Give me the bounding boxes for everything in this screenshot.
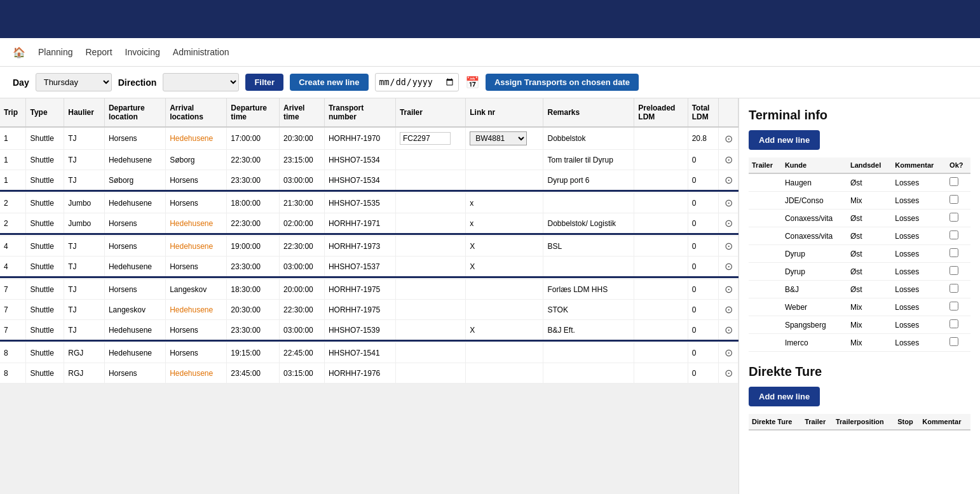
ok-checkbox[interactable] [949, 230, 958, 239]
direction-select[interactable] [163, 73, 239, 91]
check-circle-icon[interactable]: ⊙ [725, 197, 733, 208]
cell-link[interactable]: X [466, 257, 543, 277]
terminal-cell-kunde: Conaxess/vita [782, 210, 847, 227]
terminal-cell-ok[interactable] [946, 173, 970, 192]
cell-link[interactable] [466, 363, 543, 384]
ok-checkbox[interactable] [949, 284, 958, 293]
nav-report[interactable]: Report [86, 47, 112, 57]
cell-trailer[interactable] [395, 343, 465, 363]
cell-type: Shuttle [26, 300, 64, 320]
ok-checkbox[interactable] [949, 302, 958, 310]
filter-button[interactable]: Filter [245, 74, 283, 91]
cell-link[interactable] [466, 343, 543, 363]
cell-trailer[interactable] [395, 193, 465, 213]
ok-checkbox[interactable] [949, 248, 958, 257]
check-circle-icon[interactable]: ⊙ [725, 241, 733, 251]
nav-administration[interactable]: Administration [173, 47, 229, 57]
cell-link[interactable]: x [466, 193, 543, 213]
check-circle-icon[interactable]: ⊙ [725, 304, 733, 315]
cell-check[interactable]: ⊙ [719, 193, 738, 213]
day-select[interactable]: MondayTuesdayWednesdayThursdayFridaySatu… [36, 73, 112, 91]
terminal-cell-ok[interactable] [946, 263, 970, 281]
ok-checkbox[interactable] [949, 266, 958, 275]
cell-link[interactable]: x [466, 213, 543, 234]
ok-checkbox[interactable] [949, 177, 958, 186]
date-input[interactable] [375, 73, 459, 91]
cell-check[interactable]: ⊙ [719, 257, 738, 277]
ok-checkbox[interactable] [949, 195, 958, 204]
terminal-cell-ok[interactable] [946, 298, 970, 316]
cell-link[interactable] [466, 300, 543, 320]
cell-link[interactable] [466, 170, 543, 191]
terminal-cell-ok[interactable] [946, 210, 970, 227]
cell-check[interactable]: ⊙ [719, 320, 738, 341]
cell-trailer[interactable] [395, 213, 465, 234]
cell-trailer[interactable] [395, 363, 465, 384]
check-circle-icon[interactable]: ⊙ [725, 261, 733, 272]
assign-transports-button[interactable]: Assign Transports on chosen date [486, 74, 639, 91]
cell-trailer[interactable] [395, 279, 465, 300]
cell-trip: 1 [0, 150, 26, 170]
ok-checkbox[interactable] [949, 319, 958, 328]
cell-arr-loc: Hedehusene [166, 300, 227, 320]
ok-checkbox[interactable] [949, 337, 958, 346]
ok-checkbox[interactable] [949, 213, 958, 222]
cell-trailer[interactable] [395, 170, 465, 191]
nav-invoicing[interactable]: Invoicing [125, 47, 160, 57]
cell-trailer[interactable] [395, 320, 465, 341]
terminal-cell-ok[interactable] [946, 316, 970, 334]
dir-col-stop: Stop [894, 414, 919, 430]
check-circle-icon[interactable]: ⊙ [725, 133, 733, 144]
cell-check[interactable]: ⊙ [719, 127, 738, 150]
cell-link[interactable]: X [466, 320, 543, 341]
check-circle-icon[interactable]: ⊙ [725, 154, 733, 165]
check-circle-icon[interactable]: ⊙ [725, 347, 733, 358]
cell-trailer[interactable] [395, 236, 465, 257]
cell-link[interactable] [466, 150, 543, 170]
create-new-line-button[interactable]: Create new line [290, 74, 368, 91]
terminal-cell-ok[interactable] [946, 334, 970, 352]
cell-link[interactable]: X [466, 236, 543, 257]
cell-trailer[interactable] [395, 300, 465, 320]
cell-trip: 2 [0, 193, 26, 213]
term-col-landsdel: Landsdel [847, 157, 892, 173]
cell-check[interactable]: ⊙ [719, 170, 738, 191]
terminal-cell-ok[interactable] [946, 245, 970, 263]
cell-check[interactable]: ⊙ [719, 150, 738, 170]
cell-check[interactable]: ⊙ [719, 236, 738, 257]
cell-total: 0 [688, 213, 718, 234]
cell-trailer[interactable] [395, 150, 465, 170]
cell-trailer[interactable] [395, 127, 465, 150]
cell-check[interactable]: ⊙ [719, 279, 738, 300]
trailer-input[interactable] [400, 132, 451, 145]
cell-check[interactable]: ⊙ [719, 343, 738, 363]
top-bar [0, 0, 980, 38]
cell-check[interactable]: ⊙ [719, 213, 738, 234]
cell-dep-time: 23:45:00 [227, 363, 280, 384]
terminal-cell-ok[interactable] [946, 192, 970, 210]
check-circle-icon[interactable]: ⊙ [725, 368, 733, 378]
direkte-add-new-line-button[interactable]: Add new line [749, 387, 820, 406]
cell-dep-time: 22:30:00 [227, 213, 280, 234]
cell-check[interactable]: ⊙ [719, 363, 738, 384]
cell-trailer[interactable] [395, 257, 465, 277]
cell-link[interactable]: BW4881 [466, 127, 543, 150]
calendar-icon[interactable]: 📅 [465, 76, 479, 90]
terminal-cell-ok[interactable] [946, 227, 970, 245]
check-circle-icon[interactable]: ⊙ [725, 284, 733, 295]
table-body: 1ShuttleTJHorsensHedehusene17:00:0020:30… [0, 127, 738, 384]
home-icon[interactable]: 🏠 [13, 46, 25, 58]
cell-check[interactable]: ⊙ [719, 300, 738, 320]
terminal-add-new-line-button[interactable]: Add new line [749, 130, 820, 150]
check-circle-icon[interactable]: ⊙ [725, 218, 733, 229]
terminal-table: Trailer Kunde Landsdel Kommentar Ok? Hau… [749, 157, 970, 352]
link-select[interactable]: BW4881 [470, 131, 527, 145]
nav-planning[interactable]: Planning [38, 47, 73, 57]
cell-preloaded [634, 257, 688, 277]
cell-transport: HORHH7-1975 [324, 300, 395, 320]
check-circle-icon[interactable]: ⊙ [725, 175, 733, 185]
col-dep-loc: Departurelocation [104, 98, 165, 127]
terminal-cell-ok[interactable] [946, 281, 970, 298]
cell-link[interactable] [466, 279, 543, 300]
check-circle-icon[interactable]: ⊙ [725, 324, 733, 335]
